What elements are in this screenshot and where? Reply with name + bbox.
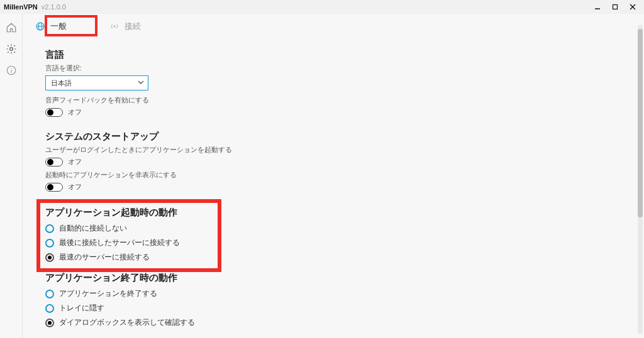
title-bar: MillenVPN v2.1.0.0 xyxy=(0,0,644,14)
onquit-option-1-label: トレイに隠す xyxy=(59,303,104,313)
svg-rect-1 xyxy=(613,5,618,9)
svg-point-11 xyxy=(114,26,116,28)
onquit-option-0-label: アプリケーションを終了する xyxy=(59,289,157,298)
radio-icon xyxy=(45,304,54,313)
voice-feedback-label: 音声フィードバックを有効にする xyxy=(45,95,628,105)
language-select[interactable]: 日本語 xyxy=(45,75,148,90)
onstart-option-2[interactable]: 最速のサーバーに接続する xyxy=(45,253,628,262)
chevron-down-icon xyxy=(138,79,144,87)
window-controls xyxy=(590,1,640,13)
hide-on-launch-state: オフ xyxy=(68,182,82,192)
onquit-option-1[interactable]: トレイに隠す xyxy=(45,303,628,313)
minimize-button[interactable] xyxy=(590,1,605,13)
section-title-startup: システムのスタートアップ xyxy=(45,131,628,143)
home-icon[interactable] xyxy=(5,21,18,34)
tab-connection[interactable]: 接続 xyxy=(101,17,150,36)
gear-icon[interactable] xyxy=(5,43,18,55)
sidebar xyxy=(0,14,23,338)
tab-general[interactable]: 一般 xyxy=(26,17,75,36)
radio-icon xyxy=(45,319,54,327)
tab-connection-label: 接続 xyxy=(125,21,141,32)
section-title-on-app-quit: アプリケーション終了時の動作 xyxy=(45,272,628,284)
radio-icon xyxy=(45,224,54,233)
signal-icon xyxy=(109,21,119,31)
onquit-option-0[interactable]: アプリケーションを終了する xyxy=(45,289,628,298)
tab-bar: 一般 接続 xyxy=(23,14,644,39)
language-select-value: 日本語 xyxy=(51,79,72,88)
radio-icon xyxy=(45,290,54,298)
hide-on-launch-toggle[interactable] xyxy=(45,183,63,192)
main-panel: 一般 接続 言語 言語を選択: 日本語 xyxy=(23,14,644,338)
maximize-button[interactable] xyxy=(608,1,623,13)
section-title-on-app-start: アプリケーション起動時の動作 xyxy=(45,207,628,219)
globe-icon xyxy=(35,21,45,31)
app-version: v2.1.0.0 xyxy=(42,3,66,11)
scrollbar[interactable] xyxy=(638,25,643,334)
settings-content: 言語 言語を選択: 日本語 音声フィードバックを有効にする オフ システムのスタ… xyxy=(23,39,644,338)
app-name: MillenVPN xyxy=(4,3,38,11)
radio-icon xyxy=(45,253,54,262)
language-select-label: 言語を選択: xyxy=(45,63,628,73)
info-icon[interactable] xyxy=(5,64,18,77)
login-launch-label: ユーザーがログインしたときにアプリケーションを起動する xyxy=(45,145,628,155)
tab-general-label: 一般 xyxy=(50,21,67,32)
onstart-option-0-label: 自動的に接続しない xyxy=(59,224,127,233)
close-button[interactable] xyxy=(625,1,640,13)
onstart-option-0[interactable]: 自動的に接続しない xyxy=(45,224,628,233)
scrollbar-thumb[interactable] xyxy=(638,29,643,217)
login-launch-state: オフ xyxy=(68,157,82,166)
onquit-option-2-label: ダイアログボックスを表示して確認する xyxy=(59,318,195,327)
radio-icon xyxy=(45,239,54,248)
hide-on-launch-label: 起動時にアプリケーションを非表示にする xyxy=(45,170,628,180)
onstart-option-1-label: 最後に接続したサーバーに接続する xyxy=(59,238,180,248)
app-window: MillenVPN v2.1.0.0 xyxy=(0,0,644,338)
onquit-option-2[interactable]: ダイアログボックスを表示して確認する xyxy=(45,318,628,327)
section-title-language: 言語 xyxy=(45,49,628,61)
login-launch-toggle[interactable] xyxy=(45,158,63,166)
svg-point-7 xyxy=(11,68,11,68)
onstart-option-1[interactable]: 最後に接続したサーバーに接続する xyxy=(45,238,628,248)
onstart-option-2-label: 最速のサーバーに接続する xyxy=(59,253,150,262)
svg-point-4 xyxy=(9,48,13,51)
voice-feedback-state: オフ xyxy=(68,107,82,117)
voice-feedback-toggle[interactable] xyxy=(45,108,63,117)
